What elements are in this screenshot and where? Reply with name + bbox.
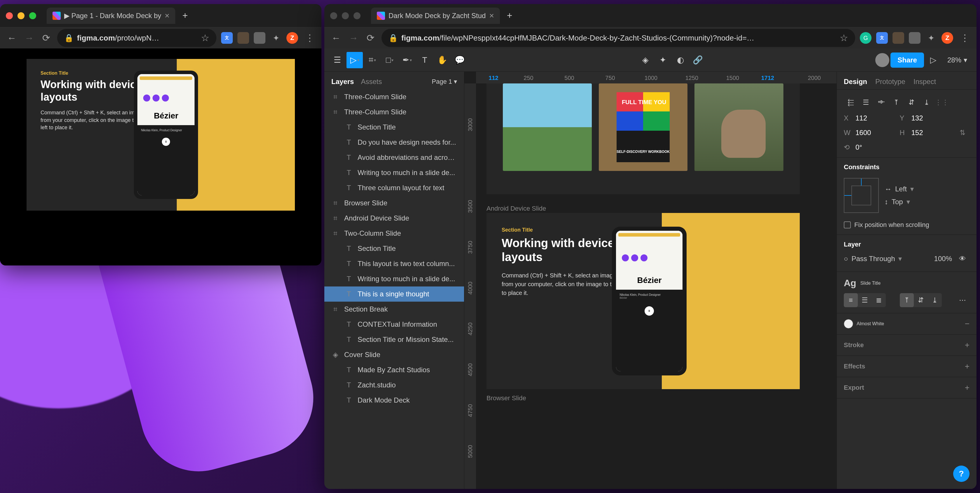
text-align-left-button[interactable]: ≡ [844, 293, 858, 307]
distribute-button[interactable]: ⋮⋮ [935, 95, 949, 110]
layer-row[interactable]: TThis is a single thought [325, 286, 464, 302]
help-button[interactable]: ? [953, 466, 969, 482]
layer-row[interactable]: ⌗Three-Column Slide [325, 105, 464, 119]
layer-row[interactable]: ◈Cover Slide [325, 347, 464, 362]
layer-row[interactable]: TSection Title or Mission State... [325, 332, 464, 347]
align-bottom-button[interactable]: ⤓ [920, 95, 934, 110]
move-tool-button[interactable]: ▷▾ [347, 52, 363, 68]
comment-tool-button[interactable]: 💬 [452, 52, 468, 68]
pen-tool-button[interactable]: ✒▾ [399, 52, 415, 68]
add-export-button[interactable]: + [965, 383, 969, 392]
profile-avatar[interactable]: Z [286, 32, 298, 44]
canvas[interactable]: 11225050075010001250150017122000 3000350… [465, 72, 837, 489]
frame-label-browser[interactable]: Browser Slide [487, 394, 526, 402]
fill-color-name[interactable]: Almost White [857, 321, 884, 326]
bookmark-star-button[interactable]: ☆ [201, 32, 209, 43]
reload-button[interactable]: ⟳ [40, 30, 52, 46]
component-tool-button[interactable]: ◈ [637, 52, 654, 68]
text-valign-top-button[interactable]: ⤒ [900, 293, 914, 307]
layer-row[interactable]: TDo you have design needs for... [325, 135, 464, 150]
fill-remove-button[interactable]: − [965, 319, 969, 328]
text-tool-button[interactable]: T [417, 52, 433, 68]
close-window-button[interactable] [6, 12, 13, 19]
layer-row[interactable]: TZacht.studio [325, 377, 464, 393]
browser-tab[interactable]: ▶ Page 1 - Dark Mode Deck by × [47, 8, 175, 24]
layer-row[interactable]: TSection Title [325, 241, 464, 256]
new-tab-button[interactable]: + [178, 8, 192, 23]
android-device-slide-frame[interactable]: Section Title Working with device layout… [487, 213, 800, 389]
add-stroke-button[interactable]: + [965, 340, 969, 350]
nav-fwd-button[interactable]: → [22, 30, 35, 46]
three-column-slide-frame[interactable]: FULL TIME YOU SELF-DISCOVERY WORKBOOK [487, 83, 800, 194]
text-valign-bottom-button[interactable]: ⤓ [928, 293, 942, 307]
x-input[interactable]: 112 [856, 114, 867, 122]
align-vcenter-button[interactable]: ⇵ [904, 95, 918, 110]
minimize-window-button[interactable] [18, 12, 24, 19]
ext-icon-3[interactable] [254, 32, 266, 44]
text-valign-mid-button[interactable]: ⇵ [914, 293, 928, 307]
blend-mode-select[interactable]: Pass Through [852, 254, 895, 263]
layer-row[interactable]: TSection Title [325, 119, 464, 135]
assets-tab[interactable]: Assets [361, 78, 382, 86]
h-constraint-select[interactable]: ↔Left ▾ [885, 185, 914, 193]
layer-row[interactable]: ⌗Two-Column Slide [325, 226, 464, 241]
minimize-window-button[interactable] [342, 12, 349, 19]
design-tab[interactable]: Design [844, 78, 867, 86]
boolean-tool-button[interactable]: ◐ [672, 52, 689, 68]
frame-tool-button[interactable]: ⌗▾ [364, 52, 380, 68]
rotation-input[interactable]: 0° [856, 143, 862, 151]
layer-row[interactable]: ⌗Section Break [325, 302, 464, 317]
url-field[interactable]: 🔒 figma.com/proto/wpN… ☆ [57, 29, 216, 47]
chrome-menu-button[interactable]: ⋮ [303, 30, 317, 46]
zoom-dropdown[interactable]: 28%▾ [943, 56, 972, 64]
ext-icon-2[interactable] [892, 32, 904, 44]
tab-close-button[interactable]: × [489, 11, 494, 21]
prototype-tab[interactable]: Prototype [875, 78, 905, 86]
align-left-button[interactable]: ⬱ [844, 95, 858, 110]
zoom-window-button[interactable] [29, 12, 36, 19]
page-selector[interactable]: Page 1 ▾ [432, 78, 457, 86]
bookmark-star-button[interactable]: ☆ [840, 32, 848, 43]
align-hcenter-button[interactable]: ☰ [859, 95, 873, 110]
nav-fwd-button[interactable]: → [347, 30, 360, 46]
extensions-button[interactable]: ✦ [925, 32, 937, 44]
layer-row[interactable]: TMade By Zacht Studios [325, 362, 464, 377]
layer-row[interactable]: TThis layout is two text column... [325, 256, 464, 271]
new-tab-button[interactable]: + [502, 8, 517, 23]
layer-row[interactable]: TWriting too much in a slide de... [325, 165, 464, 180]
hand-tool-button[interactable]: ✋ [434, 52, 450, 68]
tab-close-button[interactable]: × [165, 11, 169, 21]
grammarly-ext-icon[interactable]: G [860, 32, 872, 44]
ext-icon-3[interactable] [909, 32, 921, 44]
fill-swatch[interactable] [844, 319, 853, 328]
layer-row[interactable]: ⌗Three-Column Slide [325, 89, 464, 105]
profile-avatar[interactable]: Z [942, 32, 953, 44]
layers-tab[interactable]: Layers [331, 78, 354, 86]
layer-row[interactable]: ⌗Browser Slide [325, 196, 464, 211]
nav-back-button[interactable]: ← [329, 30, 342, 46]
nav-back-button[interactable]: ← [5, 30, 18, 46]
layer-row[interactable]: TWriting too much in a slide de... [325, 271, 464, 286]
opacity-input[interactable]: 100% [934, 254, 952, 263]
text-style-name[interactable]: Slide Title [861, 281, 881, 286]
align-right-button[interactable]: ⬲ [874, 95, 888, 110]
text-align-right-button[interactable]: ≣ [872, 293, 886, 307]
link-tool-button[interactable]: 🔗 [690, 52, 706, 68]
translate-ext-icon[interactable]: 文 [876, 32, 888, 44]
zoom-window-button[interactable] [353, 12, 361, 19]
inspect-tab[interactable]: Inspect [913, 78, 936, 86]
present-button[interactable]: ▷ [925, 52, 942, 68]
visibility-toggle[interactable]: 👁 [956, 252, 969, 266]
v-constraint-select[interactable]: ↕Top ▾ [885, 198, 914, 206]
share-button[interactable]: Share [891, 52, 924, 68]
w-input[interactable]: 1600 [856, 129, 871, 137]
layer-row[interactable]: TThree column layout for text [325, 180, 464, 196]
chrome-menu-button[interactable]: ⋮ [958, 30, 972, 46]
layer-row[interactable]: TAvoid abbreviations and acron... [325, 150, 464, 165]
ext-icon-2[interactable] [237, 32, 249, 44]
shape-tool-button[interactable]: □▾ [382, 52, 398, 68]
collaborator-avatar[interactable] [875, 53, 889, 67]
layer-row[interactable]: TCONTEXTual Information [325, 317, 464, 332]
constraints-widget[interactable] [844, 178, 879, 213]
constrain-proportions-button[interactable]: ⇅ [956, 126, 969, 140]
